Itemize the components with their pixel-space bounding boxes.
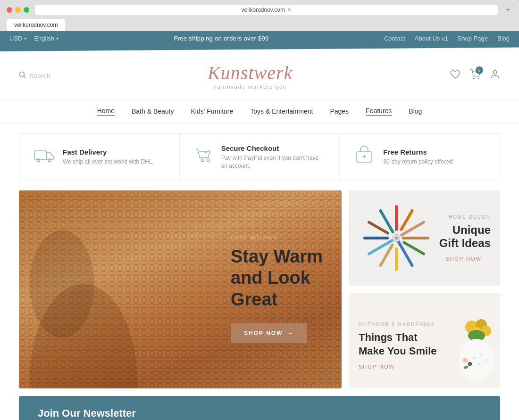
svg-point-46 [478,363,480,365]
gift-card-content: HOME DECOR Unique Gift Ideas SHOP NOW → [439,214,491,262]
feature-returns-text: Free Returns 30-day return policy offere… [383,148,453,166]
returns-icon [353,145,376,169]
nav-item-toys[interactable]: Toys & Entertainment [250,107,313,116]
feature-returns: Free Returns 30-day return policy offere… [340,134,500,181]
hero-side-cards: HOME DECOR Unique Gift Ideas SHOP NOW → [349,190,500,388]
address-bar[interactable]: velikorodnov.com ↻ [35,5,498,15]
nav-item-pages[interactable]: Pages [330,107,349,116]
svg-point-41 [463,358,468,362]
close-button[interactable] [7,7,12,13]
promo-message: Free shipping on orders over $99 [174,35,268,42]
browser-controls: velikorodnov.com ↻ + [7,5,512,15]
nav-item-kids[interactable]: Kids' Furniture [191,107,234,116]
svg-point-4 [493,71,496,74]
page-content: USD ▾ English ▾ Free shipping on orders … [0,31,519,420]
top-bar-right: Contact About Us v1 Shop Page Blog [384,35,510,42]
feature-checkout-text: Secure Checkout Pay with PayPal even if … [221,144,326,170]
svg-rect-25 [395,247,398,271]
garden-card-content: OUTDOOR & GARDENING Things That Make You… [359,322,436,369]
garden-card-shop-now-link[interactable]: SHOP NOW → [359,364,436,370]
language-selector[interactable]: English ▾ [34,35,59,42]
svg-rect-19 [395,205,398,231]
svg-point-45 [485,359,487,361]
gift-card-shop-now-link[interactable]: SHOP NOW → [439,256,491,262]
top-bar-left: USD ▾ English ▾ [9,35,59,42]
feature-returns-title: Free Returns [383,148,453,156]
svg-rect-5 [34,151,47,159]
contact-link[interactable]: Contact [384,35,405,42]
feature-returns-desc: 30-day return policy offered! [383,158,453,166]
delivery-icon [33,145,55,169]
browser-chrome: velikorodnov.com ↻ + velikorodnov.com [0,0,519,31]
garden-card-title: Things That Make You Smile [359,331,436,358]
gift-card-label: HOME DECOR [439,214,491,219]
gift-ideas-card: HOME DECOR Unique Gift Ideas SHOP NOW → [349,190,500,286]
search-label: Search [29,72,50,80]
currency-selector[interactable]: USD ▾ [9,35,26,42]
arrow-icon: → [398,364,404,370]
refresh-icon[interactable]: ↻ [288,8,292,13]
arrow-icon: → [287,330,294,337]
hero-content: COSY BEDDING Stay Warm and Look Great SH… [231,235,323,344]
minimize-button[interactable] [15,7,21,13]
hero-category-label: COSY BEDDING [231,235,323,240]
svg-point-18 [30,230,94,338]
svg-point-32 [395,237,398,239]
logo-text: Kunstwerk [208,62,293,84]
search-container[interactable]: Search [19,71,50,80]
nav-item-bath[interactable]: Bath & Beauty [132,107,174,116]
hero-section: COSY BEDDING Stay Warm and Look Great SH… [19,190,500,388]
browser-tabs: velikorodnov.com [7,19,512,31]
feature-delivery: Fast Delivery We ship all over the world… [19,134,180,181]
feature-delivery-title: Fast Delivery [63,148,154,156]
svg-rect-22 [402,237,429,239]
svg-point-3 [478,78,479,79]
svg-point-44 [480,354,482,356]
svg-point-0 [20,72,25,77]
feature-delivery-desc: We ship all over the world with DHL. [63,158,154,166]
account-button[interactable] [490,69,500,82]
checkout-icon [193,145,214,169]
site-logo[interactable]: Kunstwerk handmade marketplace [208,62,293,90]
garden-card-label: OUTDOOR & GARDENING [359,322,436,327]
hero-main-banner: COSY BEDDING Stay Warm and Look Great SH… [19,190,342,388]
svg-point-43 [473,357,475,359]
about-link[interactable]: About Us v1 [415,35,448,42]
feature-checkout-title: Secure Checkout [221,144,326,152]
arrow-icon: → [485,256,491,262]
top-bar: USD ▾ English ▾ Free shipping on orders … [0,31,519,46]
hero-shop-now-button[interactable]: SHOP NOW → [231,323,307,343]
newsletter-section: Join Our Newsletter [19,396,500,420]
cart-badge: 0 [476,66,483,74]
feature-checkout-desc: Pay with PayPal even if you don't have a… [221,154,326,170]
blog-link[interactable]: Blog [497,35,510,42]
shop-page-link[interactable]: Shop Page [458,35,488,42]
gardening-card: OUTDOOR & GARDENING Things That Make You… [349,293,500,388]
svg-point-40 [469,363,471,364]
hero-title: Stay Warm and Look Great [231,246,323,311]
nav-item-home[interactable]: Home [97,107,115,116]
newsletter-title: Join Our Newsletter [38,407,481,420]
nav-item-features[interactable]: Features [366,107,392,116]
maximize-button[interactable] [24,7,29,13]
features-bar: Fast Delivery We ship all over the world… [19,133,500,181]
logo-tagline: handmade marketplace [208,84,293,90]
feature-delivery-text: Fast Delivery We ship all over the world… [63,148,154,166]
header-actions: 0 [450,69,500,82]
svg-point-8 [201,159,204,162]
new-tab-button[interactable]: + [503,5,512,15]
chevron-down-icon: ▾ [56,36,59,41]
main-nav: Home Bath & Beauty Kids' Furniture Toys … [0,99,519,124]
traffic-lights [7,7,29,13]
gift-card-title: Unique Gift Ideas [439,223,491,250]
feature-checkout: Secure Checkout Pay with PayPal even if … [180,134,340,181]
svg-line-1 [24,76,26,79]
chevron-down-icon: ▾ [24,36,26,41]
nav-item-blog[interactable]: Blog [409,107,422,116]
url-text: velikorodnov.com [242,7,285,13]
browser-window: velikorodnov.com ↻ + velikorodnov.com US… [0,0,519,420]
cart-button[interactable]: 0 [470,69,480,82]
wishlist-button[interactable] [450,69,460,82]
active-tab[interactable]: velikorodnov.com [7,19,65,31]
search-icon [19,71,26,80]
